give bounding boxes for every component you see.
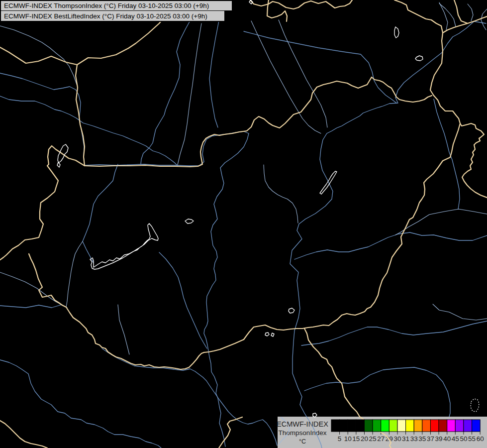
river-raba [0, 96, 178, 166]
legend-tick-value: 39 [435, 435, 443, 443]
river-koros-north [395, 209, 487, 235]
legend-color-cell [447, 420, 456, 432]
river-nitra [178, 23, 201, 165]
legend-tick-value: 5 [338, 435, 342, 443]
border-hungary-croatia-east [204, 339, 244, 352]
small-feature-d1 [265, 333, 269, 336]
lake-neusiedl-south-bit [57, 162, 60, 167]
river-zala [83, 164, 118, 263]
border-poland-ukraine [454, 0, 487, 23]
legend-tick-value: 37 [427, 435, 434, 443]
river-koros [294, 232, 487, 259]
small-feature-e [313, 413, 317, 417]
river-sio [159, 252, 207, 348]
small-feature-d2 [271, 333, 274, 336]
legend-color-cell [381, 420, 390, 432]
legend-color-cell [430, 420, 439, 432]
river-corner-stream3 [481, 9, 487, 30]
legend-color-cell [356, 420, 365, 432]
legend-color-cell [340, 420, 348, 432]
lake-balaton-outline [90, 224, 158, 269]
title-text-line1: ECMWF-INDEX ThompsonIndex (°C) Friday 03… [4, 2, 209, 9]
legend-color-cell [472, 420, 481, 432]
small-lake-north-a [394, 27, 399, 38]
river-hernad [279, 20, 327, 127]
lake-tisza-outline [320, 171, 337, 194]
river-kapos [118, 305, 129, 354]
legend-tick-value: 55 [468, 435, 476, 443]
weather-map-screen: ECMWF-INDEX ThompsonIndex °C 51015202527… [0, 0, 487, 448]
legend-tick-labels: 51015202527293031333537394045505560 [338, 435, 484, 443]
river-morava [0, 26, 77, 86]
legend-index-label: ThompsonIndex [279, 429, 327, 437]
legend-colorbar [331, 420, 480, 432]
small-lake-north-b [415, 56, 423, 61]
legend-color-cell [464, 420, 472, 432]
river-west-stream [66, 241, 83, 307]
legend-tick-value: 30 [393, 435, 401, 443]
river-drava [0, 360, 161, 448]
legend-tick-value: 25 [369, 435, 377, 443]
river-drava-lower [102, 348, 277, 446]
legend-color-cell [422, 420, 431, 432]
title-bar-best-lifted-index: ECMWF-INDEX BestLiftedIndex (°C) Friday … [0, 10, 225, 22]
border-hungary-ukraine-romania [434, 96, 487, 198]
legend-tick-value: 35 [418, 435, 426, 443]
river-danube [85, 131, 249, 447]
map-canvas: ECMWF-INDEX ThompsonIndex °C 51015202527… [0, 0, 487, 448]
legend-color-cell [373, 420, 381, 432]
small-feature-dotted [471, 399, 479, 412]
legend-tick-value: 40 [443, 435, 451, 443]
legend-color-cell [406, 420, 414, 432]
legend-tick-value: 33 [410, 435, 418, 443]
river-bodrog [244, 31, 396, 103]
legend-color-cell [389, 420, 397, 432]
legend-color-cell [414, 420, 422, 432]
river-mura [0, 305, 67, 308]
border-slovakia-poland [250, 0, 352, 9]
legend-tick-value: 50 [460, 435, 467, 443]
title-bar-thompson-index: ECMWF-INDEX ThompsonIndex (°C) Friday 03… [0, 0, 233, 11]
legend-tick-value: 10 [344, 435, 352, 443]
legend-tick-value: 27 [377, 435, 385, 443]
legend-source-label: ECMWF-INDEX [277, 420, 328, 428]
border-hungary-slovakia [85, 77, 432, 167]
border-austria-slovakia [76, 65, 85, 166]
river-danube-upper [0, 73, 85, 165]
legend-color-cell [331, 420, 340, 432]
title-text-line2: ECMWF-INDEX BestLiftedIndex (°C) Friday … [4, 12, 207, 20]
border-austria-hungary [0, 146, 85, 260]
legend-color-cell [364, 420, 373, 432]
legend-unit-label: °C [299, 438, 306, 445]
legend-color-cell [397, 420, 406, 432]
river-zagyva [264, 165, 298, 223]
river-tisza [290, 21, 486, 448]
border-hungary-romania [244, 123, 460, 339]
legend-color-cell [348, 420, 356, 432]
river-bega [433, 304, 487, 320]
legend-tick-value: 45 [452, 435, 459, 443]
legend-color-cell [455, 420, 464, 432]
border-bottom-left [0, 421, 47, 448]
river-vah [141, 20, 191, 164]
lakes-layer [57, 0, 479, 417]
legend-tick-value: 60 [477, 435, 484, 443]
river-hron [209, 21, 219, 127]
river-corner-stream2 [468, 4, 473, 21]
lake-velence-outline [185, 219, 194, 224]
rivers-layer [0, 2, 487, 448]
legend-tick-value: 20 [361, 435, 368, 443]
river-begej [304, 367, 450, 417]
border-slovenia-croatia-hungary [29, 254, 204, 369]
legend-color-cell [439, 420, 447, 432]
legend-tick-value: 15 [352, 435, 360, 443]
small-feature-c [289, 308, 294, 313]
border-slovakia-ukraine [394, 0, 443, 96]
legend-tick-value: 31 [402, 435, 409, 443]
river-mur [0, 272, 62, 305]
